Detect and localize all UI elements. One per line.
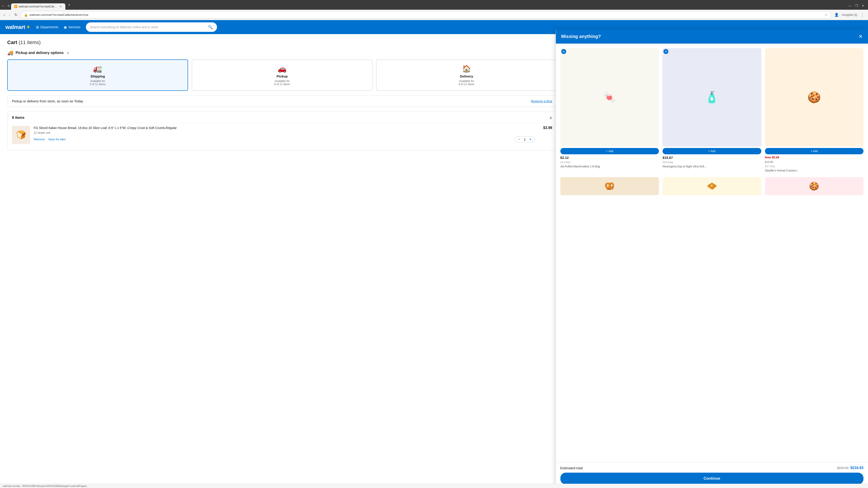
delivery-options: 🚛 Shipping Available for3 of 11 Items 🚗 … — [7, 59, 557, 91]
browser-back-btn[interactable]: ‹ — [2, 4, 3, 8]
neutrogena-name: Neutrogena Day & Night Ultra-Soft... — [662, 165, 761, 168]
nav-back-btn[interactable]: ‹ — [3, 11, 6, 18]
delivery-section-title: Pickup and delivery options — [16, 51, 64, 55]
item-actions: Remove Save for later − 1 + — [34, 136, 535, 142]
neutrogena-image: 🧴 — [705, 91, 719, 104]
jet-puffed-price: $2.12 — [560, 156, 659, 160]
departments-nav[interactable]: ⊞ Departments — [36, 25, 58, 29]
qty-increase-btn[interactable]: + — [529, 137, 532, 141]
collapse-icon[interactable]: ∧ — [549, 115, 552, 120]
pickup-title: Pickup — [276, 74, 287, 78]
pickup-banner: Pickup or delivery from store, as soon a… — [7, 95, 557, 107]
nav-refresh-btn[interactable]: ↻ — [13, 12, 18, 18]
incognito-label: Incognito (3) — [842, 13, 857, 17]
url-text: walmart.com/cart?ss=lastCall&checkout=tr… — [30, 13, 823, 17]
pickup-subtitle: Available for8 of 11 Items — [274, 79, 290, 86]
neutrogena-badge: 75 — [663, 49, 669, 54]
quantity-control: − 1 + — [515, 136, 535, 142]
new-tab-btn[interactable]: + — [66, 1, 73, 10]
panel-body: 🍬 16 + Add $2.12 13.3 ¢/oz Jet-Puffed Ma… — [556, 43, 868, 462]
panel-close-btn[interactable]: ✕ — [859, 34, 863, 39]
delivery-subtitle: Available for8 of 11 Items — [459, 79, 474, 86]
search-placeholder: Search everything at Walmart online and … — [90, 25, 206, 29]
stauffers-price-per: 23.7 ¢/oz — [765, 165, 864, 168]
qty-value: 1 — [522, 138, 527, 141]
section-header: 🚚 Pickup and delivery options ∧ — [7, 50, 557, 56]
product-card-toasted: 🥨 — [560, 177, 659, 195]
close-btn[interactable]: ✕ — [860, 3, 866, 8]
search-icon[interactable]: 🔍 — [208, 25, 213, 30]
delivery-title: Delivery — [460, 74, 473, 78]
remove-btn[interactable]: Remove — [34, 138, 44, 141]
total-sale: $216.83 — [850, 466, 864, 470]
cart-main: Cart (11 items) 🚚 Pickup and delivery op… — [0, 34, 564, 484]
search-bar[interactable]: Search everything at Walmart online and … — [86, 22, 217, 32]
continue-btn[interactable]: Continue — [560, 473, 864, 484]
items-count-label: 8 items — [12, 116, 24, 120]
pickup-banner-text: Pickup or delivery from store, as soon a… — [12, 99, 83, 103]
tab-close-btn[interactable]: ✕ — [59, 5, 62, 8]
minimize-btn[interactable]: — — [847, 3, 853, 8]
address-bar[interactable]: 🔒 walmart.com/cart?ss=lastCall&checkout=… — [21, 11, 831, 19]
pickup-card[interactable]: 🚗 Pickup Available for8 of 11 Items — [192, 59, 373, 91]
services-nav[interactable]: ◉ Services — [64, 25, 81, 29]
item-details: FG Sliced Italian House Bread, 16.8oz,16… — [34, 126, 535, 142]
neutrogena-price-per: 20.9 ¢/ea — [662, 161, 761, 164]
items-section: 8 items ∧ 🍞 FG Sliced Italian House Brea… — [7, 111, 557, 151]
estimated-total-label: Estimated total — [560, 466, 583, 470]
jet-puffed-badge: 16 — [561, 49, 566, 54]
browser-menu-btn[interactable]: ⋮ — [860, 11, 865, 18]
toasted-icon: 🥨 — [604, 182, 615, 191]
item-name: FG Sliced Italian House Bread, 16.8oz,16… — [34, 126, 535, 130]
services-label: Services — [68, 25, 81, 29]
truck-icon: 🚚 — [7, 50, 13, 56]
tab-favicon: W — [14, 5, 18, 8]
stauffers-original-price: $12.06 — [765, 160, 864, 164]
add-neutrogena-btn[interactable]: + Add — [662, 148, 761, 154]
add-icon: + — [606, 150, 608, 153]
bread-icon: 🍞 — [16, 130, 26, 140]
add-stauffers-btn[interactable]: + Add — [765, 148, 864, 154]
restore-btn[interactable]: ❐ — [854, 3, 860, 8]
product-card-butter: 🧇 — [662, 177, 761, 195]
neutrogena-price: $15.67 — [662, 156, 761, 160]
items-header[interactable]: 8 items ∧ — [12, 115, 552, 120]
save-later-btn[interactable]: Save for later — [48, 138, 66, 141]
product-grid-row2: 🥨 🧇 🍪 — [560, 177, 864, 195]
browser-refresh-btn[interactable]: ↻ — [7, 4, 10, 8]
nav-forward-btn[interactable]: › — [8, 11, 11, 18]
product-card-stauffers: 🍪 + Add Now $5.68 $12.06 23.7 ¢/oz Stauf… — [765, 48, 864, 173]
total-original: $232.00 — [837, 466, 849, 470]
tab-title: walmart.com/cart?ss=lastCall&... — [19, 5, 58, 8]
address-bar-row: ‹ › ↻ 🔒 walmart.com/cart?ss=lastCall&che… — [0, 10, 868, 20]
item-price: $3.98 — [539, 126, 552, 130]
delivery-card[interactable]: 🏠 Delivery Available for8 of 11 Items — [376, 59, 557, 91]
stauffers-name: Stauffer's Animal Crackers... — [765, 169, 864, 173]
shipping-subtitle: Available for3 of 11 Items — [90, 79, 105, 86]
browser-chrome: ‹ › ↻ W walmart.com/cart?ss=lastCall&...… — [0, 0, 868, 10]
item-price-per-unit: 12.1¢/per unit — [34, 131, 535, 134]
browser-profile-btn[interactable]: 👤 — [833, 12, 840, 18]
services-icon: ◉ — [64, 25, 67, 29]
walmart-logo[interactable]: walmart ✦ — [5, 24, 31, 30]
reserve-link[interactable]: Reserve a time — [531, 99, 552, 103]
qty-decrease-btn[interactable]: − — [518, 137, 521, 141]
panel-header: Missing anything? ✕ — [556, 29, 868, 43]
product-grid: 🍬 16 + Add $2.12 13.3 ¢/oz Jet-Puffed Ma… — [560, 48, 864, 173]
browser-forward-btn[interactable]: › — [5, 4, 6, 8]
status-bar: walmart.com/ip/.../839431088?athcpid=839… — [0, 484, 868, 484]
shipping-card[interactable]: 🚛 Shipping Available for3 of 11 Items — [7, 59, 188, 91]
jet-puffed-image: 🍬 — [603, 91, 616, 104]
bookmark-icon[interactable]: ☆ — [825, 13, 828, 17]
jet-puffed-name: Jet-Puffed Marshmallow 1 lb Bag — [560, 165, 659, 168]
walmart-logo-text: walmart — [5, 24, 25, 30]
product-card-neutrogena: 🧴 75 + Add $15.67 20.9 ¢/ea Neutrogena D… — [662, 48, 761, 173]
active-tab[interactable]: W walmart.com/cart?ss=lastCall&... ✕ — [11, 3, 65, 10]
delivery-section: 🚚 Pickup and delivery options ∧ 🚛 Shippi… — [7, 50, 557, 91]
pickup-icon: 🚗 — [278, 64, 287, 73]
chevron-up-icon[interactable]: ∧ — [67, 51, 69, 55]
delivery-icon: 🏠 — [462, 64, 471, 73]
grid-icon: ⊞ — [36, 25, 39, 29]
add-jet-puffed-btn[interactable]: + Add — [560, 148, 659, 154]
panel-footer: Estimated total $232.00 $216.83 Continue — [556, 462, 868, 484]
